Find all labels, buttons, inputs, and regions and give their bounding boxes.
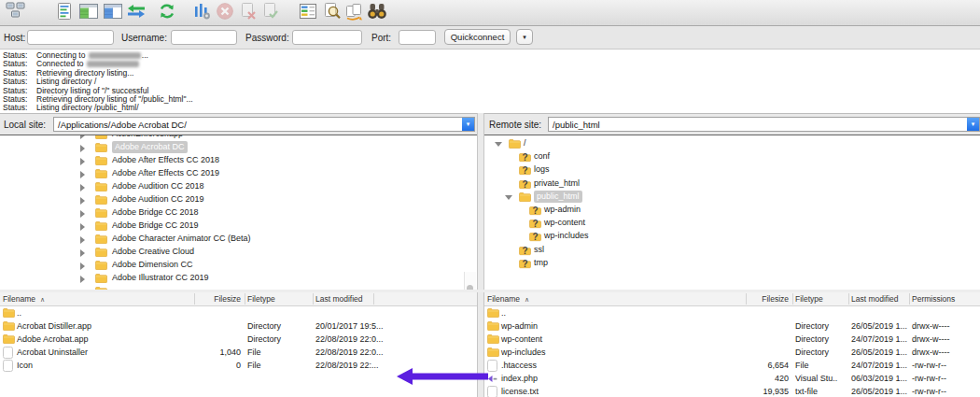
column-header-filename[interactable]: Filename∧ — [487, 292, 529, 305]
local-tree-toggle-button[interactable] — [77, 2, 101, 23]
column-resize-handle[interactable] — [909, 293, 910, 305]
expand-arrow-icon[interactable] — [80, 145, 85, 152]
expand-arrow-icon[interactable] — [80, 210, 85, 218]
tree-item-adobe-audition-cc-2019[interactable]: Adobe Audition CC 2019 — [0, 193, 477, 206]
file-row-wp-includes[interactable]: wp-includesDirectory26/05/2019 1...drwx-… — [484, 346, 980, 359]
file-row--[interactable]: .. — [0, 306, 477, 319]
tree-item-public-html[interactable]: public_html — [484, 191, 980, 204]
column-header-filesize[interactable]: Filesize — [748, 292, 789, 305]
cancel-operation-button[interactable] — [213, 2, 237, 23]
folder-icon — [519, 191, 531, 204]
remote-directory-tree[interactable]: /?conf?logs?private_htmlpublic_html?wp-a… — [484, 135, 980, 290]
column-resize-handle[interactable] — [848, 293, 849, 305]
message-log-toggle-button[interactable] — [52, 2, 77, 23]
reconnect-button[interactable] — [259, 2, 283, 23]
cell-type: Directory — [795, 319, 829, 333]
tree-item-label: tmp — [534, 257, 548, 269]
file-row-acrobat-uninstaller[interactable]: Acrobat Uninstaller1,040File22/08/2019 2… — [0, 346, 477, 359]
file-row--[interactable]: .. — [484, 306, 980, 319]
tree-item-ssl[interactable]: ?ssl — [484, 244, 980, 257]
column-resize-handle[interactable] — [245, 293, 245, 305]
expand-arrow-icon[interactable] — [80, 223, 85, 231]
column-resize-handle[interactable] — [194, 293, 195, 305]
quickconnect-dropdown-button[interactable]: ▾ — [516, 29, 533, 45]
tree-item-logs[interactable]: ?logs — [484, 163, 980, 177]
chevron-down-icon[interactable]: ▾ — [462, 118, 474, 131]
expand-arrow-icon[interactable] — [80, 171, 85, 178]
column-header-filetype[interactable]: Filetype — [795, 292, 823, 305]
username-input[interactable] — [171, 30, 237, 45]
process-queue-button[interactable] — [189, 2, 214, 23]
file-row-acrobat-distiller-app[interactable]: Acrobat Distiller.appDirectory20/01/2017… — [0, 319, 477, 333]
panel-splitter[interactable] — [477, 113, 484, 397]
column-header-filesize[interactable]: Filesize — [196, 292, 241, 305]
disconnect-button[interactable] — [236, 2, 260, 23]
tree-item-adobe-illustrator-cc-2019[interactable]: Adobe Illustrator CC 2019 — [0, 272, 477, 285]
folder-icon — [95, 155, 107, 167]
expand-arrow-icon[interactable] — [80, 236, 85, 244]
remote-site-combo[interactable]: /public_html ▾ — [548, 117, 980, 132]
tree-item-adobe-bridge-cc-2018[interactable]: Adobe Bridge CC 2018 — [0, 206, 477, 220]
tree-item-wp-admin[interactable]: ?wp-admin — [484, 204, 980, 217]
tree-item-adobe-acrobat-dc[interactable]: Adobe Acrobat DC — [0, 141, 477, 154]
column-resize-handle[interactable] — [313, 293, 314, 305]
port-input[interactable] — [399, 30, 436, 45]
transfer-queue-toggle-button[interactable] — [124, 2, 148, 23]
file-row-license-txt[interactable]: license.txt19,935txt-file26/05/2019 1...… — [484, 385, 980, 397]
expand-arrow-icon[interactable] — [80, 262, 85, 270]
directory-comparison-button[interactable] — [365, 2, 389, 23]
file-row-wp-admin[interactable]: wp-adminDirectory26/05/2019 1...drwx-w--… — [484, 319, 980, 333]
column-resize-handle[interactable] — [373, 293, 374, 305]
directory-comparison-icon — [367, 2, 387, 24]
remote-site-bar: Remote site: /public_html ▾ — [484, 113, 980, 136]
tree-item--[interactable]: / — [484, 137, 980, 150]
file-row-adobe-acrobat-app[interactable]: Adobe Acrobat.appDirectory22/08/2019 22:… — [0, 333, 477, 346]
cell-permissions: -rw-rw-r-- — [912, 372, 946, 385]
tree-item-label: Adobe Acrobat DC — [112, 141, 188, 153]
expand-arrow-icon[interactable] — [80, 135, 85, 139]
column-header-permissions[interactable]: Permissions — [912, 292, 955, 305]
site-manager-button[interactable] — [4, 2, 28, 23]
tree-item-private-html[interactable]: ?private_html — [484, 177, 980, 191]
remote-file-list[interactable]: Filename∧FilesizeFiletypeLast modifiedPe… — [484, 292, 980, 397]
host-input[interactable] — [27, 30, 114, 45]
password-input[interactable] — [292, 30, 362, 45]
tree-item-adobe-after-effects-cc-2018[interactable]: Adobe After Effects CC 2018 — [0, 154, 477, 167]
local-site-combo[interactable]: /Applications/Adobe Acrobat DC/ ▾ — [53, 117, 475, 132]
expand-arrow-icon[interactable] — [80, 197, 85, 205]
expand-arrow-icon[interactable] — [80, 158, 85, 165]
quickconnect-button[interactable]: Quickconnect — [444, 29, 511, 45]
expand-arrow-icon[interactable] — [80, 184, 85, 191]
column-resize-handle[interactable] — [746, 293, 747, 305]
collapse-arrow-icon[interactable] — [495, 142, 502, 147]
cell-name: Acrobat Uninstaller — [17, 346, 88, 359]
tree-item-wp-content[interactable]: ?wp-content — [484, 217, 980, 230]
tree-item-adobe-character-animator-cc-beta-[interactable]: Adobe Character Animator CC (Beta) — [0, 233, 477, 246]
tree-item-adobe-bridge-cc-2019[interactable]: Adobe Bridge CC 2019 — [0, 220, 477, 233]
tree-item-adobe-creative-cloud[interactable]: Adobe Creative Cloud — [0, 246, 477, 259]
file-row-wp-content[interactable]: wp-contentDirectory24/07/2019 1...drwx-w… — [484, 333, 980, 346]
tree-item-tmp[interactable]: ?tmp — [484, 257, 980, 270]
column-header-last-modified[interactable]: Last modified — [851, 292, 899, 305]
column-header-last-modified[interactable]: Last modified — [315, 292, 363, 305]
synchronized-browsing-button[interactable] — [342, 2, 366, 23]
tree-item-conf[interactable]: ?conf — [484, 150, 980, 163]
file-row--htaccess[interactable]: .htaccess6,654File24/07/2019 1...-rw-rw-… — [484, 359, 980, 372]
collapse-arrow-icon[interactable] — [505, 195, 512, 200]
expand-arrow-icon[interactable] — [80, 276, 85, 283]
expand-arrow-icon[interactable] — [80, 249, 85, 257]
tree-item-adobe-after-effects-cc-2019[interactable]: Adobe After Effects CC 2019 — [0, 167, 477, 180]
column-resize-handle[interactable] — [792, 293, 793, 305]
chevron-down-icon[interactable]: ▾ — [967, 118, 979, 131]
file-row-index-php[interactable]: index.php420Visual Stu..06/03/2019 1...-… — [484, 372, 980, 385]
file-icon — [487, 386, 497, 397]
local-directory-tree[interactable]: ActionEnforcer.appAdobe Acrobat DCAdobe … — [0, 135, 477, 290]
tree-item-adobe-dimension-cc[interactable]: Adobe Dimension CC — [0, 259, 477, 272]
remote-tree-toggle-button[interactable] — [101, 2, 125, 23]
tree-item-adobe-audition-cc-2018[interactable]: Adobe Audition CC 2018 — [0, 180, 477, 193]
column-header-filetype[interactable]: Filetype — [247, 292, 275, 305]
refresh-button[interactable] — [155, 2, 179, 23]
column-header-filename[interactable]: Filename∧ — [3, 292, 45, 305]
tree-item-wp-includes[interactable]: ?wp-includes — [484, 230, 980, 243]
filename-filters-button[interactable] — [296, 2, 320, 23]
